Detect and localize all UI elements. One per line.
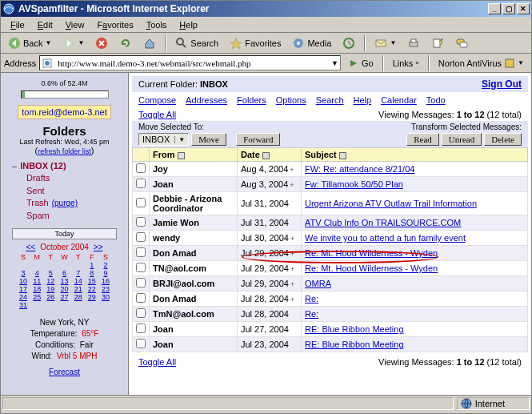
cal-day[interactable]: 24 <box>17 293 30 301</box>
cmd-folders[interactable]: Folders <box>237 95 266 105</box>
cmd-search[interactable]: Search <box>316 95 344 105</box>
row-checkbox[interactable] <box>136 308 146 318</box>
row-subject[interactable]: Urgent Arizona ATV Outlaw Trail Informat… <box>305 199 477 208</box>
row-checkbox[interactable] <box>136 263 146 272</box>
row-checkbox[interactable] <box>136 293 146 303</box>
sort-date-icon[interactable] <box>262 152 270 159</box>
norton-button[interactable]: Norton AntiVirus▼ <box>434 55 528 71</box>
unread-button[interactable]: Unread <box>442 133 482 146</box>
cal-day[interactable]: 5 <box>44 269 58 277</box>
menu-file[interactable]: File <box>4 18 31 31</box>
menu-help[interactable]: Help <box>173 18 204 31</box>
toggle-all-bottom[interactable]: Toggle All <box>138 357 176 367</box>
cal-day[interactable]: 4 <box>30 269 44 277</box>
media-button[interactable]: Media <box>288 34 335 52</box>
refresh-button[interactable] <box>115 34 136 52</box>
cal-day[interactable]: 2 <box>98 261 112 269</box>
maximize-button[interactable]: ▢ <box>502 3 515 14</box>
cal-day[interactable]: 23 <box>98 285 112 293</box>
cal-day[interactable]: 27 <box>58 293 71 301</box>
search-button[interactable]: Search <box>171 34 222 52</box>
folder-drafts[interactable]: Drafts <box>12 172 125 184</box>
minimize-button[interactable]: _ <box>488 3 501 14</box>
cal-day[interactable]: 30 <box>98 293 112 301</box>
history-button[interactable] <box>338 34 359 52</box>
read-button[interactable]: Read <box>406 133 439 146</box>
sort-subject-icon[interactable] <box>339 152 346 159</box>
forecast-link[interactable]: Forecast <box>49 368 80 376</box>
cal-next[interactable]: >> <box>94 243 103 251</box>
cmd-addresses[interactable]: Addresses <box>186 95 227 105</box>
cal-day[interactable]: 25 <box>30 293 44 301</box>
menu-favorites[interactable]: Favorites <box>90 18 139 31</box>
row-checkbox[interactable] <box>136 278 146 287</box>
row-subject[interactable]: Re: <box>305 294 318 303</box>
folder-inbox[interactable]: –INBOX (12) <box>12 160 125 172</box>
favorites-button[interactable]: Favorites <box>226 34 285 52</box>
forward-button[interactable]: Forward <box>236 133 280 146</box>
home-button[interactable] <box>139 34 160 52</box>
cal-day[interactable]: 10 <box>17 277 30 285</box>
cal-day[interactable]: 18 <box>30 285 44 293</box>
row-checkbox[interactable] <box>136 198 146 207</box>
row-subject[interactable]: Fw: Tillamook 50/50 Plan <box>305 179 403 189</box>
stop-button[interactable] <box>91 34 112 52</box>
forward-button[interactable]: ▼ <box>58 34 88 52</box>
row-subject[interactable]: Re: Mt. Hood Wilderness - Wyden <box>305 248 438 258</box>
row-subject[interactable]: We invite you to attend a fun family eve… <box>305 233 466 243</box>
go-button[interactable]: Go <box>344 55 378 71</box>
cal-day[interactable]: 20 <box>58 285 71 293</box>
sign-out-link[interactable]: Sign Out <box>482 78 522 90</box>
cal-day[interactable]: 19 <box>44 285 58 293</box>
cal-day[interactable]: 28 <box>71 293 85 301</box>
menu-edit[interactable]: Edit <box>31 18 59 31</box>
cal-day[interactable]: 26 <box>44 293 58 301</box>
row-subject[interactable]: RE: Blue Ribbon Meeting <box>305 324 404 334</box>
move-target-select[interactable]: INBOX▼ <box>138 133 189 146</box>
delete-button[interactable]: Delete <box>484 133 522 146</box>
close-button[interactable]: ✕ <box>517 3 530 14</box>
row-subject[interactable]: RE: Blue Ribbon Meeting <box>305 340 404 349</box>
cal-day[interactable]: 15 <box>85 277 98 285</box>
links-button[interactable]: Links » <box>389 56 423 70</box>
cmd-compose[interactable]: Compose <box>138 95 176 105</box>
cal-day[interactable]: 16 <box>98 277 112 285</box>
cal-day[interactable]: 31 <box>17 301 30 309</box>
folder-trash[interactable]: Trash(purge) <box>12 197 125 209</box>
cal-prev[interactable]: << <box>26 243 36 251</box>
cal-day[interactable]: 12 <box>44 277 58 285</box>
row-checkbox[interactable] <box>136 179 146 188</box>
address-dropdown-icon[interactable]: ▼ <box>331 59 338 67</box>
menu-tools[interactable]: Tools <box>140 18 174 31</box>
address-input[interactable] <box>56 58 328 69</box>
folder-sent[interactable]: Sent <box>12 185 125 197</box>
move-button[interactable]: Move <box>191 133 226 146</box>
cal-day[interactable]: 6 <box>58 269 71 277</box>
cal-day[interactable]: 17 <box>17 285 30 293</box>
row-subject[interactable]: FW: Re: attendance 8/21/04 <box>305 164 414 174</box>
refresh-folder-link[interactable]: (refresh folder list) <box>4 146 125 155</box>
cal-day[interactable]: 3 <box>17 269 30 277</box>
row-checkbox[interactable] <box>136 339 146 348</box>
cal-day[interactable]: 9 <box>98 269 112 277</box>
cal-day[interactable]: 13 <box>58 277 71 285</box>
edit-button[interactable] <box>427 34 448 52</box>
row-subject[interactable]: OMRA <box>305 279 331 288</box>
row-checkbox[interactable] <box>136 247 146 257</box>
cmd-calendar[interactable]: Calendar <box>381 95 417 105</box>
cal-day[interactable]: 11 <box>30 277 44 285</box>
cal-day[interactable]: 22 <box>85 285 98 293</box>
back-button[interactable]: Back▼ <box>4 34 55 52</box>
menu-view[interactable]: View <box>59 18 91 31</box>
cal-day[interactable]: 21 <box>71 285 85 293</box>
row-subject[interactable]: ATV Club Info On TRAILSOURCE.COM <box>305 218 461 227</box>
cal-day[interactable]: 7 <box>71 269 85 277</box>
row-checkbox[interactable] <box>136 163 146 173</box>
sort-from-icon[interactable] <box>178 152 185 159</box>
cal-day[interactable]: 29 <box>85 293 98 301</box>
row-checkbox[interactable] <box>136 232 146 242</box>
toggle-all-top[interactable]: Toggle All <box>138 110 176 119</box>
mail-button[interactable]: ▼ <box>370 34 400 52</box>
cal-day[interactable]: 1 <box>85 261 98 269</box>
row-checkbox[interactable] <box>136 217 146 227</box>
